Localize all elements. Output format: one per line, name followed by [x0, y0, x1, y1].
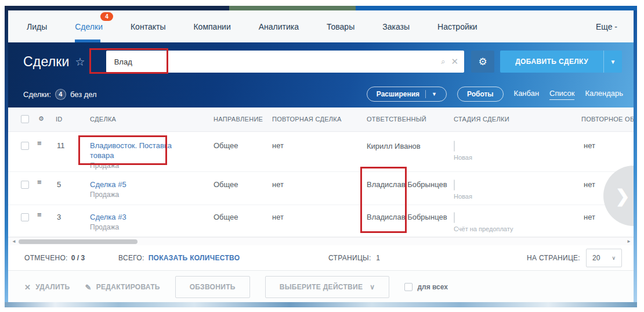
favorite-star-icon[interactable]: ☆	[75, 55, 85, 69]
tab-companies[interactable]: Компании	[179, 10, 244, 42]
deal-repeat-contact: нет	[584, 141, 595, 150]
tab-more-menu[interactable]: Еще -	[580, 22, 634, 31]
select-all-checkbox[interactable]	[21, 115, 29, 123]
row-checkbox[interactable]	[21, 181, 29, 189]
view-calendar[interactable]: Календарь	[585, 89, 623, 99]
scrollbar-thumb[interactable]	[19, 239, 138, 244]
responsible-link[interactable]: Кирилл Иванов	[367, 141, 436, 151]
tab-label: Заказы	[382, 22, 410, 31]
background-right-strip	[634, 10, 637, 302]
tab-settings[interactable]: Настройки	[424, 10, 491, 42]
view-list[interactable]: Список	[549, 89, 574, 100]
checked-label: ОТМЕЧЕНО:	[24, 254, 68, 262]
horizontal-scrollbar[interactable]: ◄ ►	[8, 237, 634, 245]
stage-label: Новая	[454, 154, 545, 161]
tab-products[interactable]: Товары	[313, 10, 368, 42]
counter-label: Сделки:	[23, 90, 51, 99]
row-menu-icon[interactable]: ≡	[37, 181, 42, 184]
deal-stage: Новая	[454, 141, 545, 161]
pill-divider	[425, 90, 426, 98]
column-header-id[interactable]: ID	[56, 116, 63, 123]
row-menu-icon[interactable]: ≡	[37, 213, 42, 217]
choose-action-dropdown[interactable]: ВЫБЕРИТЕ ДЕЙСТВИЕ ∨	[265, 276, 390, 298]
deal-link[interactable]: Сделка #5	[90, 180, 186, 189]
table-row[interactable]: ≡ 11 Владивосток. Поставка товара Продаж…	[8, 132, 634, 172]
deal-id: 11	[57, 141, 65, 150]
column-header-responsible[interactable]: ОТВЕТСТВЕННЫЙ	[367, 116, 426, 123]
checked-value: 0 / 3	[71, 254, 85, 262]
deals-count-badge: 4	[100, 12, 113, 21]
table-settings-gear-icon[interactable]: ⚙	[38, 115, 44, 123]
tab-contacts[interactable]: Контакты	[117, 10, 179, 42]
scroll-left-arrow-icon[interactable]: ◄	[12, 239, 16, 244]
row-checkbox[interactable]	[21, 142, 29, 150]
for-all-checkbox[interactable]	[404, 283, 413, 291]
search-settings-button[interactable]: ⚙	[471, 51, 494, 73]
tab-label: Сделки	[75, 22, 103, 31]
tab-orders[interactable]: Заказы	[368, 10, 424, 42]
responsible-link[interactable]: Владислав Бобрынцев	[367, 180, 419, 189]
view-kanban[interactable]: Канбан	[514, 89, 540, 99]
stage-progressbar	[454, 212, 455, 223]
column-header-direction[interactable]: НАПРАВЛЕНИЕ	[214, 116, 263, 123]
extensions-label: Расширения	[377, 90, 419, 98]
delete-button[interactable]: ✕ УДАЛИТЬ	[24, 283, 70, 292]
for-all-checkbox-group[interactable]: для всех	[404, 283, 448, 291]
per-page-value: 20	[592, 254, 600, 262]
scroll-right-arrow-icon[interactable]: ►	[627, 239, 631, 244]
pages-info: СТРАНИЦЫ: 1	[328, 254, 380, 262]
search-input[interactable]: Влад ⌕ ✕	[106, 51, 464, 73]
search-icon[interactable]: ⌕	[441, 57, 445, 66]
call-button[interactable]: ОБЗВОНИТЬ	[175, 276, 250, 298]
row-checkbox[interactable]	[21, 213, 29, 221]
tab-analytics[interactable]: Аналитика	[245, 10, 313, 42]
chevron-right-icon: ❯	[615, 186, 629, 206]
tab-label: Лиды	[27, 22, 47, 31]
pagination-bar: ОТМЕЧЕНО: 0 / 3 ВСЕГО: ПОКАЗАТЬ КОЛИЧЕСТ…	[8, 245, 634, 271]
deal-stage: Счёт на предоплату	[454, 213, 545, 232]
deal-link[interactable]: Сделка #3	[90, 212, 186, 222]
column-header-repeat-deal[interactable]: ПОВТОРНАЯ СДЕЛКА	[272, 116, 342, 123]
column-header-stage[interactable]: СТАДИЯ СДЕЛКИ	[454, 116, 509, 123]
page-header: Сделки ☆ Влад ⌕ ✕ ⚙ ДОБАВИТЬ СДЕЛКУ	[8, 42, 634, 107]
deal-repeat: нет	[272, 213, 284, 221]
deal-repeat-contact: нет	[584, 180, 595, 189]
chevron-down-icon: ∨	[370, 283, 375, 291]
robots-label: Роботы	[467, 90, 494, 98]
table-row[interactable]: ≡ 3 Сделка #3 Продажа Общее нет Владисла…	[8, 205, 634, 237]
page: Лиды Сделки 4 Контакты Компании Аналитик…	[0, 0, 644, 312]
column-header-deal[interactable]: СДЕЛКА	[90, 116, 116, 123]
add-deal-dropdown[interactable]: ▼	[603, 51, 622, 73]
deal-repeat: нет	[272, 141, 284, 150]
show-count-link[interactable]: ПОКАЗАТЬ КОЛИЧЕСТВО	[149, 254, 240, 262]
table-header: ⚙ ID СДЕЛКА НАПРАВЛЕНИЕ ПОВТОРНАЯ СДЕЛКА…	[8, 107, 634, 132]
tab-label: Контакты	[131, 22, 165, 31]
deal-subtype: Продажа	[90, 162, 186, 170]
search-clear-icon[interactable]: ✕	[451, 56, 459, 67]
table-row[interactable]: ≡ 5 Сделка #5 Продажа Общее нет Владисла…	[8, 172, 634, 205]
app-window: Лиды Сделки 4 Контакты Компании Аналитик…	[5, 6, 637, 307]
add-deal-button[interactable]: ДОБАВИТЬ СДЕЛКУ ▼	[500, 51, 622, 73]
tab-leads[interactable]: Лиды	[13, 10, 61, 42]
responsible-link[interactable]: Владислав Бобрынцев	[367, 212, 419, 222]
group-actions-bar: ✕ УДАЛИТЬ ✎ РЕДАКТИРОВАТЬ ОБЗВОНИТЬ ВЫБЕ…	[8, 271, 634, 302]
pages-label: СТРАНИЦЫ:	[328, 254, 371, 262]
counter-badge[interactable]: 4	[55, 89, 66, 100]
counter-suffix[interactable]: без дел	[70, 90, 97, 99]
column-header-repeat-contact[interactable]: ПОВТОРНОЕ ОБРАЩЕНИ	[581, 116, 634, 123]
tab-label: Настройки	[437, 22, 477, 31]
pages-value: 1	[376, 254, 380, 262]
search-value: Влад	[106, 58, 132, 66]
delete-x-icon: ✕	[24, 283, 31, 292]
robots-button[interactable]: Роботы	[457, 87, 504, 102]
per-page-select[interactable]: 20 ∨	[586, 249, 622, 267]
tab-deals[interactable]: Сделки 4	[61, 10, 117, 42]
edit-button[interactable]: ✎ РЕДАКТИРОВАТЬ	[85, 283, 160, 292]
row-menu-icon[interactable]: ≡	[37, 142, 42, 145]
deal-id: 5	[57, 180, 61, 189]
deal-link[interactable]: Владивосток. Поставка товара	[90, 141, 186, 160]
extensions-button[interactable]: Расширения ▼	[367, 87, 447, 102]
deal-subtype: Продажа	[90, 223, 186, 231]
background-bottom-strip	[5, 302, 637, 307]
stage-label: Счёт на предоплату	[454, 225, 545, 232]
